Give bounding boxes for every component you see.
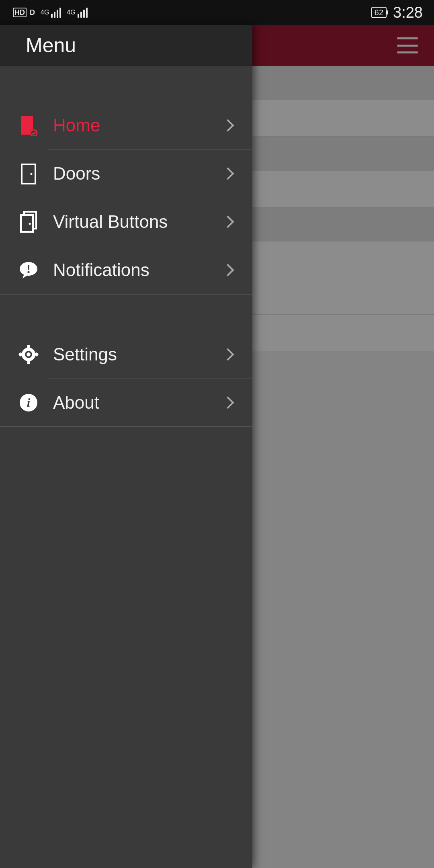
svg-rect-14 <box>27 361 30 364</box>
chevron-right-icon <box>221 119 234 131</box>
svg-rect-3 <box>22 164 35 184</box>
chevron-right-icon <box>221 348 234 360</box>
menu-item-doors[interactable]: Doors <box>0 149 252 198</box>
info-icon: i <box>18 392 39 414</box>
hd-indicator: HD <box>13 8 27 17</box>
chevron-right-icon <box>221 396 234 409</box>
svg-text:i: i <box>27 396 31 409</box>
signal-2-icon: 4G <box>67 8 87 18</box>
svg-point-7 <box>29 223 31 225</box>
clock: 3:28 <box>393 4 423 21</box>
menu-label: Virtual Buttons <box>53 212 223 232</box>
menu-label: Home <box>53 115 223 135</box>
doors-stack-icon <box>18 211 39 233</box>
navigation-drawer: Menu Home Doors <box>0 25 252 868</box>
menu-item-settings[interactable]: Settings <box>0 330 252 379</box>
menu-item-about[interactable]: i About <box>0 379 252 427</box>
chevron-right-icon <box>221 215 234 228</box>
svg-rect-13 <box>27 345 30 348</box>
d-indicator: D <box>30 8 35 17</box>
door-icon <box>18 163 39 184</box>
status-left: HD D 4G 4G <box>13 8 88 18</box>
drawer-header: Menu <box>0 25 252 66</box>
chevron-right-icon <box>221 167 234 180</box>
battery-icon: 62 <box>371 7 387 18</box>
menu-item-notifications[interactable]: Notifications <box>0 246 252 294</box>
svg-rect-6 <box>21 215 33 232</box>
drawer-divider <box>0 294 252 330</box>
menu-label: Notifications <box>53 260 223 280</box>
menu-label: Doors <box>53 164 223 184</box>
gear-icon <box>18 344 39 365</box>
svg-point-4 <box>31 173 33 175</box>
signal-1-icon: 4G <box>41 8 61 18</box>
menu-item-home[interactable]: Home <box>0 101 252 149</box>
status-right: 62 3:28 <box>371 4 423 21</box>
drawer-title: Menu <box>26 34 76 57</box>
svg-point-12 <box>27 352 31 356</box>
drawer-spacer <box>0 66 252 101</box>
menu-label: About <box>53 393 223 413</box>
status-bar: HD D 4G 4G 62 3:28 <box>0 0 434 25</box>
menu-label: Settings <box>53 344 223 364</box>
speech-alert-icon <box>18 259 39 281</box>
home-door-icon <box>18 115 39 136</box>
menu-item-virtual-buttons[interactable]: Virtual Buttons <box>0 198 252 246</box>
svg-rect-9 <box>28 265 29 270</box>
chevron-right-icon <box>221 264 234 276</box>
svg-point-10 <box>27 271 29 273</box>
